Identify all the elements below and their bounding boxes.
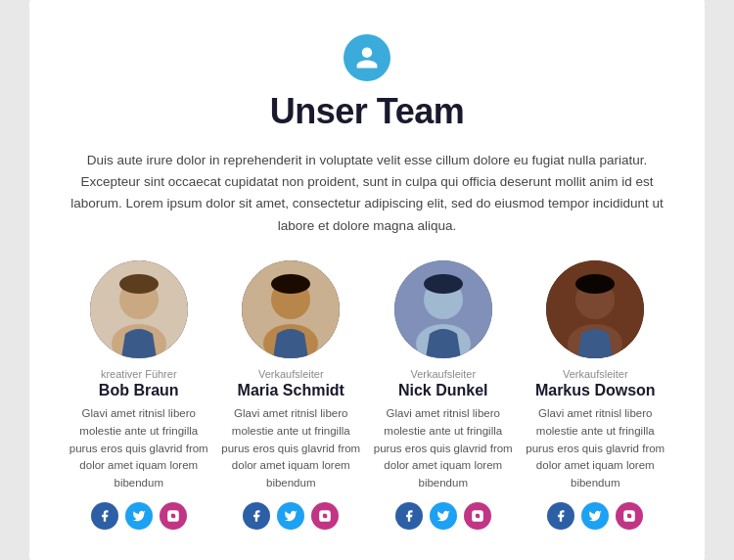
svg-point-15 — [424, 274, 463, 294]
team-member: Verkaufsleiter Nick Dunkel Glavi amet ri… — [373, 260, 514, 530]
twitter-icon[interactable] — [125, 502, 153, 530]
avatar — [394, 260, 492, 358]
avatar — [546, 260, 644, 358]
member-bio: Glavi amet ritnisl libero molestie ante … — [69, 405, 209, 492]
member-role: Verkaufsleiter — [410, 368, 476, 380]
avatar — [242, 260, 340, 358]
member-role: kreativer Führer — [101, 368, 177, 380]
section-header: Unser Team — [69, 34, 665, 132]
team-member: Verkaufsleiter Markus Dowson Glavi amet … — [526, 260, 666, 530]
member-name: Nick Dunkel — [398, 382, 488, 399]
social-links — [547, 502, 643, 530]
facebook-icon[interactable] — [547, 502, 574, 530]
member-name: Bob Braun — [99, 382, 179, 399]
instagram-icon[interactable] — [464, 502, 491, 530]
team-icon-circle — [344, 34, 390, 81]
member-name: Maria Schmidt — [238, 382, 344, 399]
svg-point-3 — [119, 274, 159, 294]
instagram-icon[interactable] — [311, 502, 339, 530]
social-links — [243, 502, 339, 530]
facebook-icon[interactable] — [395, 502, 423, 530]
team-card: Unser Team Duis aute irure dolor in repr… — [29, 0, 705, 560]
team-member: Verkaufsleiter Maria Schmidt Glavi amet … — [221, 260, 362, 530]
social-links — [395, 502, 491, 530]
team-member: kreativer Führer Bob Braun Glavi amet ri… — [69, 260, 209, 530]
member-role: Verkaufsleiter — [563, 368, 628, 380]
social-links — [91, 502, 187, 530]
svg-point-9 — [271, 274, 310, 294]
intro-paragraph: Duis aute irure dolor in reprehenderit i… — [69, 150, 665, 237]
member-name: Markus Dowson — [535, 382, 656, 399]
twitter-icon[interactable] — [277, 502, 304, 530]
team-grid: kreativer Führer Bob Braun Glavi amet ri… — [69, 260, 665, 530]
instagram-icon[interactable] — [160, 502, 187, 530]
person-icon — [354, 45, 380, 70]
svg-point-21 — [575, 274, 615, 294]
member-bio: Glavi amet ritnisl libero molestie ante … — [526, 405, 666, 492]
page-title: Unser Team — [69, 91, 665, 132]
instagram-icon[interactable] — [616, 502, 643, 530]
twitter-icon[interactable] — [430, 502, 457, 530]
member-role: Verkaufsleiter — [258, 368, 324, 380]
facebook-icon[interactable] — [91, 502, 118, 530]
member-bio: Glavi amet ritnisl libero molestie ante … — [221, 405, 362, 492]
avatar — [90, 260, 188, 358]
facebook-icon[interactable] — [243, 502, 270, 530]
twitter-icon[interactable] — [581, 502, 609, 530]
member-bio: Glavi amet ritnisl libero molestie ante … — [373, 405, 514, 492]
